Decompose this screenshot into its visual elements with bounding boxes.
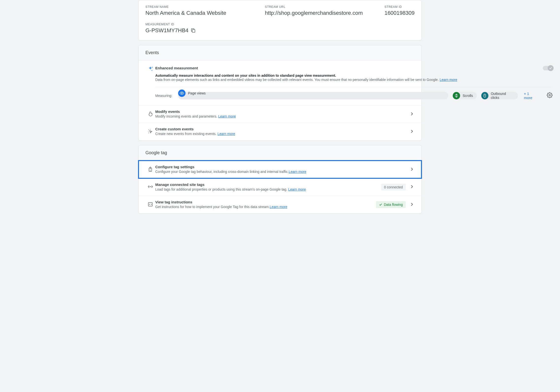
data-flowing-badge: Data flowing — [376, 201, 406, 208]
view-instructions-title: View tag instructions — [155, 200, 376, 204]
chevron-right-icon — [409, 184, 415, 190]
stream-id-value: 1600198309 — [385, 10, 415, 17]
chevron-right-icon — [409, 202, 415, 208]
enhanced-measurement-title: Enhanced measurement — [155, 66, 543, 70]
modify-events-title: Modify events — [155, 109, 409, 114]
measurement-id-field: MEASUREMENT ID G-PSW1MY7HB4 — [145, 23, 415, 34]
stream-url-field: STREAM URL http://shop.googlemerchandise… — [265, 5, 375, 17]
google-tag-card: Google tag g Configure tag settings Conf… — [138, 145, 422, 214]
stream-name-value: North America & Canada Website — [145, 10, 255, 17]
google-tag-section-title: Google tag — [145, 150, 167, 155]
stream-url-value: http://shop.googlemerchandisestore.com — [265, 10, 375, 17]
stream-url-label: STREAM URL — [265, 5, 375, 9]
events-card: Events Enhanced measurement Automaticall — [138, 45, 422, 141]
enhanced-measurement-intro: Automatically measure interactions and c… — [155, 74, 543, 77]
measuring-row: Measuring: Page views Scrolls — [155, 91, 553, 100]
configure-tag-learn-more-link[interactable]: Learn more — [289, 170, 306, 174]
data-flowing-label: Data flowing — [384, 203, 403, 207]
enhanced-measurement-detail: Data from on-page elements such as links… — [155, 78, 439, 82]
view-tag-instructions-row[interactable]: View tag instructions Get instructions f… — [139, 196, 421, 213]
measurement-id-value: G-PSW1MY7HB4 — [145, 27, 188, 34]
svg-point-4 — [549, 94, 550, 96]
link-arrows-icon — [147, 184, 153, 190]
chip-page-views: Page views — [178, 92, 448, 99]
enhanced-measurement-row: Enhanced measurement Automatically measu… — [139, 60, 421, 105]
chevron-right-icon — [409, 166, 415, 173]
create-custom-events-desc: Create new events from existing events. — [155, 132, 218, 136]
sparkle-icon — [147, 66, 154, 100]
measurement-id-label: MEASUREMENT ID — [145, 23, 415, 26]
stream-id-field: STREAM ID 1600198309 — [385, 5, 415, 17]
configure-tag-title: Configure tag settings — [155, 165, 409, 169]
chip-outbound-clicks-label: Outbound clicks — [491, 92, 514, 100]
stream-name-label: STREAM NAME — [145, 5, 255, 9]
chip-scrolls: Scrolls — [453, 92, 477, 99]
modify-events-row[interactable]: Modify events Modify incoming events and… — [139, 105, 421, 123]
scroll-icon — [453, 92, 460, 99]
enhanced-measurement-toggle[interactable] — [543, 66, 553, 70]
svg-point-7 — [150, 187, 150, 187]
svg-point-5 — [150, 168, 151, 169]
create-custom-events-learn-more-link[interactable]: Learn more — [218, 132, 235, 136]
modify-events-desc: Modify incoming events and parameters. — [155, 114, 218, 118]
connected-tags-title: Manage connected site tags — [155, 182, 381, 187]
gear-icon[interactable] — [547, 92, 553, 99]
configure-tag-settings-row[interactable]: g Configure tag settings Configure your … — [139, 161, 421, 178]
connected-tags-learn-more-link[interactable]: Learn more — [288, 187, 306, 191]
stream-name-field: STREAM NAME North America & Canada Websi… — [145, 5, 255, 17]
create-custom-events-title: Create custom events — [155, 127, 409, 131]
connected-count-badge: 0 connected — [381, 184, 406, 191]
more-measuring-link[interactable]: + 1 more — [524, 91, 538, 100]
stream-id-label: STREAM ID — [385, 5, 415, 9]
tag-icon: g — [148, 166, 153, 173]
configure-tag-desc: Configure your Google tag behaviour, inc… — [155, 170, 289, 174]
svg-rect-2 — [484, 94, 486, 97]
chip-outbound-clicks: Outbound clicks — [481, 92, 518, 99]
code-window-icon — [148, 202, 153, 208]
click-icon — [148, 129, 153, 135]
svg-rect-0 — [192, 30, 195, 32]
stream-details-card: STREAM NAME North America & Canada Websi… — [138, 0, 422, 41]
create-custom-events-row[interactable]: Create custom events Create new events f… — [139, 123, 421, 140]
connected-tags-desc: Load tags for additional properties or p… — [155, 187, 288, 191]
svg-point-8 — [151, 187, 151, 187]
copy-icon[interactable] — [190, 28, 196, 33]
view-instructions-desc: Get instructions for how to implement yo… — [155, 205, 270, 209]
chevron-right-icon — [409, 111, 415, 117]
mouse-icon — [481, 92, 488, 99]
manage-connected-tags-row[interactable]: Manage connected site tags Load tags for… — [139, 178, 421, 196]
svg-text:g: g — [150, 169, 151, 171]
enhanced-learn-more-link[interactable]: Learn more — [440, 78, 457, 82]
chip-scrolls-label: Scrolls — [463, 94, 473, 98]
svg-point-1 — [181, 93, 183, 94]
touch-icon — [148, 111, 153, 117]
chip-page-views-label: Page views — [188, 91, 206, 95]
view-instructions-learn-more-link[interactable]: Learn more — [270, 205, 287, 209]
chevron-right-icon — [409, 129, 415, 135]
eye-icon — [178, 90, 186, 97]
events-section-title: Events — [145, 50, 159, 55]
modify-events-learn-more-link[interactable]: Learn more — [218, 114, 236, 118]
svg-rect-9 — [148, 203, 153, 206]
measuring-label: Measuring: — [155, 94, 172, 98]
